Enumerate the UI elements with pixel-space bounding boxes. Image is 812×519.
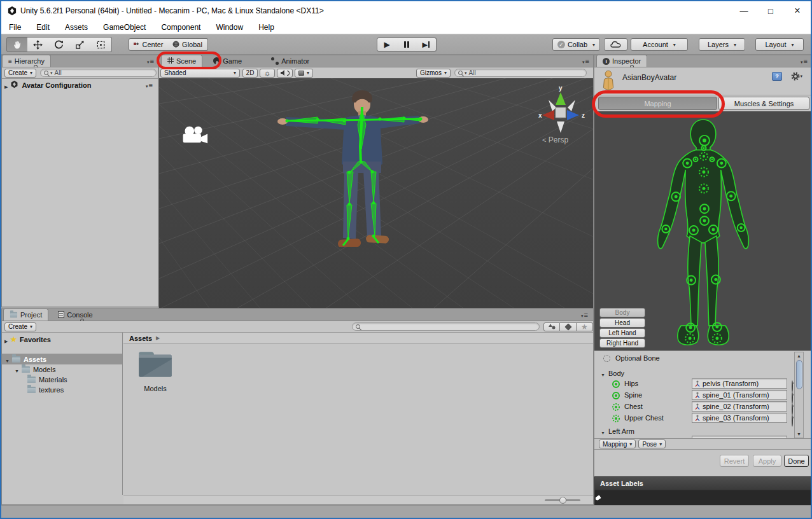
search-input[interactable] xyxy=(362,323,536,330)
space-global-button[interactable]: Global xyxy=(167,38,208,51)
favorites-row[interactable]: Favorites xyxy=(2,334,122,345)
cloud-button[interactable] xyxy=(604,38,627,51)
layout-button[interactable]: Layout xyxy=(755,38,804,51)
account-button[interactable]: Account xyxy=(631,38,688,51)
zoom-slider-thumb[interactable] xyxy=(559,497,566,504)
play-button[interactable]: ▶ xyxy=(377,38,397,52)
2d-toggle-button[interactable]: 2D xyxy=(242,69,258,78)
tab-animator[interactable]: Animator xyxy=(265,55,315,67)
project-create-button[interactable]: Create xyxy=(4,322,36,331)
tab-console[interactable]: Console xyxy=(52,308,98,321)
tree-row-materials[interactable]: Materials xyxy=(2,374,122,385)
gear-icon[interactable]: ▾ xyxy=(791,72,802,81)
bone-object-field[interactable]: spine_02 (Transform) xyxy=(692,401,787,412)
scene-search[interactable]: ▾ All xyxy=(454,69,587,77)
menu-edit[interactable]: Edit xyxy=(29,20,57,34)
tree-row-textures[interactable]: textures xyxy=(2,384,122,395)
unity-window: Unity 5.6.2f1 Personal (64bit) - Untitle… xyxy=(0,0,812,519)
menu-file[interactable]: File xyxy=(1,20,29,34)
camera-gizmo-icon[interactable] xyxy=(181,125,211,147)
body-section-foldout[interactable]: Body xyxy=(601,368,624,379)
breadcrumb[interactable]: Assets xyxy=(129,335,152,342)
lighting-toggle-button[interactable]: ☼ xyxy=(260,69,275,78)
maximize-button[interactable]: □ xyxy=(757,2,784,20)
tab-game[interactable]: Game xyxy=(207,55,248,67)
done-button[interactable]: Done xyxy=(784,455,809,467)
tree-row-models[interactable]: Models xyxy=(2,364,122,375)
body-part-left-hand-button[interactable]: Left Hand xyxy=(599,328,645,338)
filter-by-label-button[interactable] xyxy=(560,322,577,331)
gizmos-dropdown[interactable]: Gizmos xyxy=(416,69,451,78)
bone-object-field[interactable]: spine_01 (Transform) xyxy=(692,390,787,400)
menu-assets[interactable]: Assets xyxy=(57,20,95,34)
item-menu-icon[interactable] xyxy=(146,81,153,89)
scroll-up-icon[interactable]: ▲ xyxy=(795,354,803,358)
tree-row-assets[interactable]: Assets xyxy=(2,354,122,364)
minimize-button[interactable]: — xyxy=(731,2,757,20)
layers-button[interactable]: Layers xyxy=(699,38,745,51)
orientation-gizmo[interactable]: y x z xyxy=(538,85,592,138)
menu-help[interactable]: Help xyxy=(251,20,282,34)
tab-hierarchy[interactable]: ≡ Hierarchy xyxy=(2,55,51,67)
favorites-label: Favorites xyxy=(20,336,51,343)
hierarchy-create-button[interactable]: Create xyxy=(4,69,36,78)
body-part-head-button[interactable]: Head xyxy=(599,318,645,328)
effects-dropdown[interactable] xyxy=(295,69,313,78)
tab-project[interactable]: Project xyxy=(3,308,48,321)
pivot-center-button[interactable]: Center xyxy=(129,38,168,51)
bone-object-field[interactable]: pelvis (Transform) xyxy=(692,378,787,389)
help-icon[interactable]: ? xyxy=(772,72,782,81)
mapping-tab-button[interactable]: Mapping xyxy=(598,97,717,110)
breadcrumb-bar: Assets ▶ xyxy=(123,333,593,344)
hand-tool-button[interactable] xyxy=(6,37,28,52)
expand-arrow-icon[interactable] xyxy=(4,80,8,91)
filter-by-type-button[interactable] xyxy=(543,322,560,331)
menu-gameobject[interactable]: GameObject xyxy=(95,20,153,34)
pause-button[interactable] xyxy=(396,38,417,52)
panel-menu-icon[interactable] xyxy=(581,311,588,319)
bone-object-field[interactable]: spine_03 (Transform) xyxy=(692,413,787,423)
body-part-right-hand-button[interactable]: Right Hand xyxy=(599,338,645,348)
asset-labels-header[interactable]: Asset Labels xyxy=(594,476,811,490)
bone-list-scrollbar[interactable]: ▲ ▼ xyxy=(794,352,804,438)
left-arm-section-foldout[interactable]: Left Arm xyxy=(601,426,634,437)
scene-panel: Scene Game Animator Shaded 2D ☼ xyxy=(158,55,594,308)
unity-object-icon xyxy=(10,80,18,91)
move-tool-button[interactable] xyxy=(27,37,49,52)
scene-tabbar: Scene Game Animator xyxy=(159,55,593,67)
object-picker-icon[interactable] xyxy=(792,415,793,427)
avatar-model[interactable] xyxy=(277,88,430,247)
menu-component[interactable]: Component xyxy=(153,20,208,34)
audio-toggle-button[interactable] xyxy=(277,69,293,78)
scrollbar-thumb[interactable] xyxy=(796,360,802,389)
projection-toggle[interactable]: < Persp xyxy=(542,135,568,144)
draw-mode-dropdown[interactable]: Shaded xyxy=(160,69,240,78)
panel-menu-icon[interactable] xyxy=(801,57,808,65)
muscles-settings-tab-button[interactable]: Muscles & Settings xyxy=(718,97,809,110)
panel-menu-icon[interactable] xyxy=(147,57,154,65)
collab-button[interactable]: ✓ Collab xyxy=(552,38,600,51)
tab-inspector[interactable]: i Inspector xyxy=(596,55,647,67)
menu-window[interactable]: Window xyxy=(208,20,251,34)
scroll-down-icon[interactable]: ▼ xyxy=(795,432,803,436)
tab-scene[interactable]: Scene xyxy=(161,55,202,67)
rect-tool-button[interactable] xyxy=(90,37,112,52)
scene-viewport[interactable]: y x z < Persp xyxy=(159,78,593,308)
asset-item-models[interactable]: Models xyxy=(135,349,176,398)
step-button[interactable]: ▶ xyxy=(416,38,437,52)
hierarchy-content[interactable]: Avatar Configuration xyxy=(2,79,158,307)
hierarchy-item-avatar-configuration[interactable]: Avatar Configuration xyxy=(2,80,158,90)
panel-menu-icon[interactable] xyxy=(582,57,589,65)
rotate-tool-button[interactable] xyxy=(48,37,70,52)
revert-button[interactable]: Revert xyxy=(720,455,749,467)
pose-menu-button[interactable]: Pose xyxy=(638,439,666,448)
apply-button[interactable]: Apply xyxy=(753,455,781,467)
favorites-filter-button[interactable] xyxy=(577,322,593,331)
scale-tool-button[interactable] xyxy=(69,37,91,52)
hierarchy-search[interactable]: ▾ All xyxy=(40,69,157,77)
project-search[interactable] xyxy=(352,322,540,331)
optional-bone-icon xyxy=(603,355,610,362)
close-button[interactable]: × xyxy=(784,2,811,20)
body-part-body-button[interactable]: Body xyxy=(599,308,645,317)
mapping-menu-button[interactable]: Mapping xyxy=(599,439,636,448)
